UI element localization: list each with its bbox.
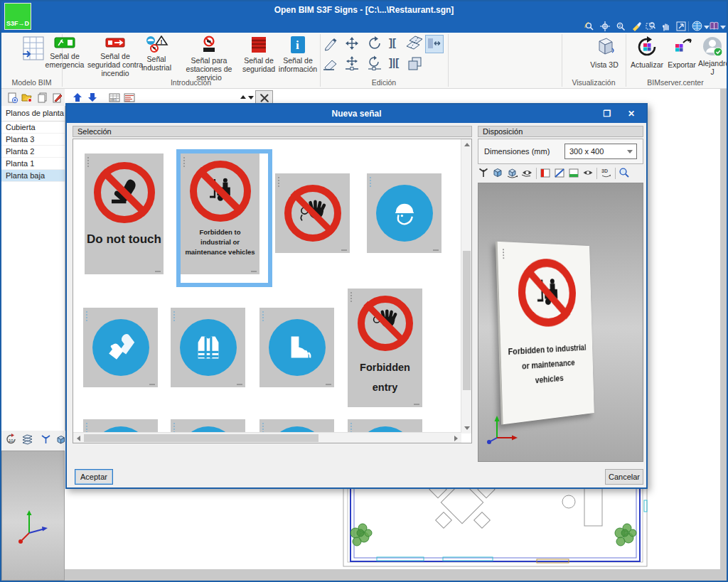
- globe-icon[interactable]: [692, 21, 702, 31]
- dimensions-select[interactable]: 300 x 400: [564, 144, 637, 159]
- scroll-left-icon[interactable]: [73, 433, 84, 443]
- cube-view-icon[interactable]: [55, 434, 66, 446]
- move-down-icon[interactable]: [86, 91, 99, 104]
- chevron-down-icon: [627, 150, 633, 153]
- add-plan-icon[interactable]: [6, 91, 18, 104]
- scroll-up-icon[interactable]: [461, 139, 472, 150]
- cancel-button[interactable]: Cancelar: [605, 469, 643, 485]
- viewport-toolbar: 10: [1, 431, 65, 449]
- sign-tile-helmet[interactable]: [367, 173, 441, 253]
- dialog-maximize-icon[interactable]: ❐: [596, 104, 618, 123]
- cube-tool-icon[interactable]: [492, 167, 503, 180]
- front-face-icon[interactable]: [540, 168, 551, 180]
- horizontal-scroll-thumb[interactable]: [84, 434, 318, 442]
- bottom-face-icon[interactable]: [568, 168, 579, 180]
- edit-erase-icon[interactable]: [323, 55, 340, 72]
- senal-industrial-button[interactable]: ! Señal industrial: [141, 34, 172, 72]
- accept-button[interactable]: Aceptar: [75, 469, 113, 485]
- exportar-button[interactable]: Exportar: [665, 34, 698, 69]
- senal-seguridad-button[interactable]: Señal de seguridad: [240, 34, 277, 73]
- dialog-close-icon[interactable]: ✕: [621, 104, 642, 123]
- sign-tile-no-entry-square[interactable]: [275, 173, 350, 253]
- rotate-3d-icon[interactable]: 3D: [600, 167, 612, 180]
- collapse-up-icon[interactable]: [240, 95, 246, 99]
- export-list-icon[interactable]: [123, 91, 136, 104]
- zoom-window-icon[interactable]: [646, 21, 655, 31]
- sign-tile-forbidden-entry[interactable]: Forbidden entry: [348, 289, 422, 407]
- gloves-pictogram: [104, 330, 138, 365]
- scroll-right-icon[interactable]: [451, 433, 461, 443]
- preview-axis-triad: [486, 409, 525, 449]
- senal-incendio-button[interactable]: Señal de seguridad contra incendio: [85, 34, 145, 77]
- edit-stretch-icon[interactable]: [425, 35, 444, 53]
- edit-mirror-copy-icon[interactable]: ]|[: [389, 57, 399, 68]
- diagonal-face-icon[interactable]: [554, 168, 565, 180]
- scroll-down-icon[interactable]: [461, 423, 472, 433]
- collapse-down-icon[interactable]: [248, 96, 254, 99]
- copy-plan-icon[interactable]: [36, 91, 48, 104]
- title-bar: Open BIM S3F Signs - [C:\...\Restaurant.…: [0, 0, 728, 20]
- help-dropdown-icon[interactable]: [720, 26, 726, 29]
- senal-emergencia-button[interactable]: Señal de emergencia: [44, 34, 85, 69]
- svg-text:2: 2: [619, 23, 621, 28]
- plan-item-planta2[interactable]: Planta 2: [1, 146, 65, 158]
- edit-draw-icon[interactable]: [323, 36, 338, 53]
- senal-informacion-button[interactable]: i Señal de información: [277, 34, 318, 73]
- layers-table-icon[interactable]: xml: [108, 91, 121, 104]
- boots-pictogram: [280, 330, 314, 365]
- sign-selection-area[interactable]: Do not touch Forbidden to industrial or …: [73, 139, 472, 443]
- full-window-icon[interactable]: [676, 21, 686, 31]
- edit-rotate-node-icon[interactable]: [367, 55, 382, 72]
- preview-toolbar: 3D: [478, 166, 643, 181]
- disposition-group-header: Disposición: [478, 126, 643, 137]
- actualizar-button[interactable]: Actualizar: [628, 34, 665, 69]
- toolbar-separator: [596, 168, 597, 179]
- plan-layers-icon[interactable]: [21, 434, 33, 446]
- sign-3d-preview[interactable]: Forbidden to industrial or maintenance v…: [478, 183, 643, 462]
- open-plan-icon[interactable]: [21, 91, 33, 104]
- edit-rotate-icon[interactable]: [367, 36, 382, 53]
- zoom-tool-icon[interactable]: [619, 167, 630, 180]
- vista-3d-button[interactable]: Vista 3D: [583, 34, 626, 69]
- move-up-icon[interactable]: [71, 91, 84, 104]
- help-book-icon[interactable]: [709, 21, 719, 31]
- visibility-eye-icon[interactable]: [582, 168, 594, 178]
- floor-plans-panel: Planos de planta Cubierta Planta 3 Plant…: [1, 106, 65, 431]
- edit-move-node-icon[interactable]: [344, 55, 360, 72]
- orbit-eye-icon[interactable]: [521, 168, 533, 179]
- sign-tile-boots[interactable]: [259, 308, 334, 387]
- plan-item-planta1[interactable]: Planta 1: [1, 158, 65, 170]
- rotate-10-icon[interactable]: 10: [6, 433, 17, 446]
- zoom-previous-icon[interactable]: 2: [616, 21, 626, 31]
- plan-item-cubierta[interactable]: Cubierta: [1, 122, 65, 134]
- edit-mirror-icon[interactable]: ][: [389, 37, 396, 48]
- sign-tile-gloves[interactable]: [83, 308, 158, 387]
- plan-item-planta3[interactable]: Planta 3: [1, 134, 65, 146]
- horizontal-scrollbar[interactable]: [73, 432, 461, 443]
- toolbar-separator: [688, 21, 689, 31]
- vertical-scrollbar[interactable]: [461, 139, 471, 433]
- sign-tile-vest[interactable]: [171, 308, 245, 387]
- sign-tile-do-not-touch[interactable]: Do not touch: [85, 153, 164, 274]
- axes-icon[interactable]: [41, 434, 51, 446]
- orbit-cube-icon[interactable]: [506, 167, 518, 180]
- zoom-orbit-icon[interactable]: [584, 21, 594, 31]
- senal-estaciones-button[interactable]: Señal para estaciones de servicio: [175, 34, 243, 82]
- sign-tile-forklift[interactable]: Forbidden to industrial or maintenance v…: [181, 153, 259, 274]
- mini-3d-viewport[interactable]: [1, 451, 65, 581]
- edit-move-icon[interactable]: [344, 36, 360, 53]
- plan-item-planta-baja[interactable]: Planta baja: [1, 170, 65, 182]
- edit-copy-plane-icon[interactable]: [405, 35, 424, 53]
- preview-sign-panel: Forbidden to industrial or maintenance v…: [496, 242, 594, 425]
- dimensions-panel: Dimensiones (mm) 300 x 400: [478, 139, 643, 164]
- vertical-scroll-thumb[interactable]: [463, 251, 471, 390]
- edit-copy-icon[interactable]: [407, 55, 424, 72]
- zoom-extents-icon[interactable]: [600, 21, 610, 31]
- axes-tool-icon[interactable]: [478, 167, 489, 180]
- pan-hand-icon[interactable]: [661, 21, 671, 31]
- user-button[interactable]: Alejandro J: [698, 34, 727, 76]
- axis-triad: [16, 505, 52, 547]
- svg-text:xml: xml: [110, 97, 116, 102]
- redraw-icon[interactable]: [631, 21, 641, 31]
- edit-plan-icon[interactable]: [50, 91, 63, 104]
